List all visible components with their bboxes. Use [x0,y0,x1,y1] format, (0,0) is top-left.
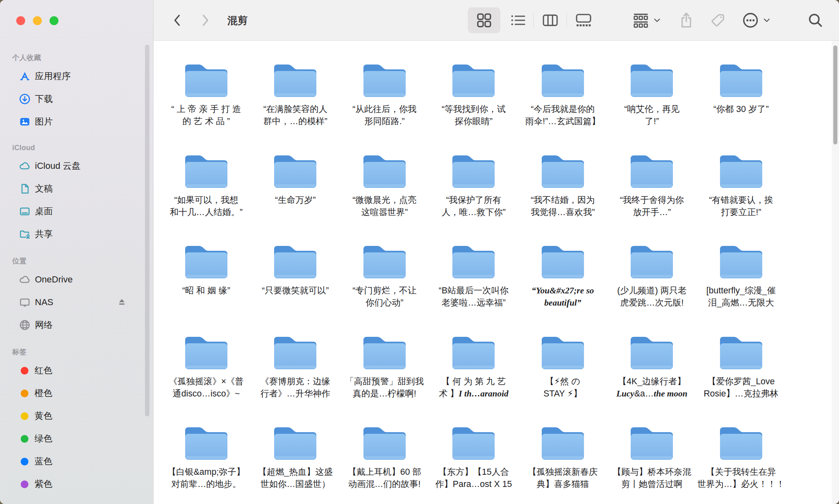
more-actions-chevron[interactable] [761,0,772,41]
share-icon [679,11,694,29]
column-view-icon [542,12,559,28]
folder-name: 【顾与】桥本环奈混剪丨她曾活过啊 [613,466,692,490]
folder-item[interactable]: “我终于舍得为你放开手…” [608,152,697,243]
folder-item[interactable]: 【⚡然 のSTAY ⚡】 [518,333,608,424]
sidebar-item-documents[interactable]: 文稿 [0,177,153,200]
folder-item[interactable]: “从此往后，你我形同陌路.” [340,61,429,152]
sidebar-item-tag-紫色[interactable]: 紫色 [0,473,153,495]
folder-item[interactable]: “今后我就是你的雨伞!”…玄武国篇】 [518,61,608,152]
folder-item[interactable]: 【白银&amp;弥子】对前辈…的地步。 [162,424,251,504]
folder-item[interactable]: 「高甜预警」甜到我真的是…柠檬啊! [340,333,429,424]
folder-icon [539,333,587,372]
appstore-icon [18,69,32,83]
sidebar-item-network-globe[interactable]: 网络 [0,314,153,336]
grid-view-icon [476,12,492,28]
close-window-button[interactable] [16,16,25,25]
tag-color-dot [21,435,28,443]
folder-item[interactable]: 【顾与】桥本环奈混剪丨她曾活过啊 [608,424,697,504]
sidebar-item-download[interactable]: 下载 [0,88,153,110]
gallery-view-button[interactable] [567,0,600,41]
folder-item[interactable]: 《孤独摇滚》×《普通disco…isco》~ [162,333,251,424]
sidebar-item-tag-橙色[interactable]: 橙色 [0,382,153,405]
folder-item[interactable]: “如果可以，我想和十几…人结婚。” [162,152,251,243]
minimize-window-button[interactable] [33,16,42,25]
folder-icon [361,424,409,463]
folder-item[interactable]: “在满脸笑容的人群中，…的模样” [251,61,340,152]
eject-icon[interactable] [117,297,127,308]
folder-item[interactable]: 《赛博朋克：边缘行者》…升华神作 [251,333,340,424]
folder-item[interactable]: “等我找到你，试探你眼睛” [429,61,519,152]
folder-item[interactable]: 【爱你罗茜_LoveRosie】…克拉弗林 [696,333,786,424]
back-button[interactable] [169,0,185,41]
folder-item[interactable]: “You&#x27;re sobeautiful” [518,242,608,333]
folder-item[interactable]: 【超燃_热血】这盛世如你…国盛世） [251,424,340,504]
sidebar-item-label: 红色 [35,364,52,377]
list-view-icon [510,12,526,28]
folder-item[interactable]: “B站最后一次叫你老婆啦…远幸福” [429,242,519,333]
forward-button[interactable] [197,0,214,41]
group-by-button[interactable] [631,0,651,41]
folder-item[interactable]: “你都 30 岁了” [696,61,786,152]
share-button[interactable] [677,0,696,41]
folder-item[interactable]: “我不结婚，因为我觉得…喜欢我” [518,152,608,243]
content-scrollbar-thumb[interactable] [833,45,837,144]
sidebar-item-shared-folder[interactable]: 共享 [0,223,153,246]
folder-icon [271,333,319,372]
folder-item[interactable]: “呐艾伦，再见了!” [608,61,697,152]
folder-item[interactable]: (少儿频道) 两只老虎爱跳…次元版! [608,242,697,333]
folder-item[interactable]: 【4K_边缘行者】Lucy&a…the moon [608,333,697,424]
sidebar-item-onedrive-cloud[interactable]: OneDrive [0,268,153,291]
tags-button[interactable] [708,0,728,41]
sidebar-item-tag-蓝色[interactable]: 蓝色 [0,450,153,473]
tag-color-dot [21,458,28,465]
folder-icon [361,242,409,281]
folder-name: “昭 和 姻 缘” [182,284,230,297]
sidebar-item-photos[interactable]: 图片 [0,110,153,133]
icon-view-button[interactable] [468,0,500,41]
folder-item[interactable]: “专门剪烂，不让你们心动” [340,242,429,333]
folder-item[interactable]: “只要微笑就可以” [251,242,340,333]
search-button[interactable] [806,0,825,41]
zoom-window-button[interactable] [50,16,58,25]
sidebar-sections: 个人收藏应用程序下载图片iCloudiCloud 云盘文稿桌面共享位置OneDr… [0,42,153,495]
sidebar-item-icloud-drive[interactable]: iCloud 云盘 [0,155,153,177]
folder-icon [628,242,676,281]
folder-item[interactable]: “ 上 帝 亲 手 打 造的 艺 术 品 ” [162,61,251,152]
group-by-chevron[interactable] [651,0,663,41]
folder-item[interactable]: 【东方】【15人合作】Para…ost X 15 [429,424,519,504]
column-view-button[interactable] [534,0,567,41]
more-actions-button[interactable] [741,0,760,41]
folder-item[interactable]: 【戴上耳机】60 部动画混…们的故事! [340,424,429,504]
desktop-icon [18,205,32,218]
folder-item[interactable]: “微微晨光，点亮这喧嚣世界” [340,152,429,243]
folder-item[interactable]: 【关于我转生在异世界为…】必火！！！ [696,424,786,504]
download-icon [18,92,32,106]
folder-item[interactable]: “生命万岁” [251,152,340,243]
sidebar-item-tag-绿色[interactable]: 绿色 [0,427,153,450]
sidebar-item-appstore[interactable]: 应用程序 [0,65,153,88]
sidebar-item-desktop[interactable]: 桌面 [0,200,153,223]
folder-icon [539,242,587,281]
sidebar-item-display[interactable]: NAS [0,291,153,314]
sidebar-section-header: 位置 [12,256,153,266]
folder-icon [271,242,319,281]
folder-item[interactable]: “昭 和 姻 缘” [162,242,251,333]
folder-item[interactable]: “我保护了所有人，唯…救下你” [429,152,519,243]
group-by-icon [633,13,649,28]
folder-name: 【 何 为 第 九 艺术 】I th…aranoid [439,375,508,400]
chevron-down-icon [655,19,660,22]
folder-item[interactable]: [butterfly_综漫_催泪_高燃…无限大 [696,242,786,333]
list-view-button[interactable] [502,0,534,41]
chevron-down-icon [764,19,769,22]
sidebar-item-label: NAS [35,297,53,308]
folder-name: 「高甜预警」甜到我真的是…柠檬啊! [345,375,424,400]
sidebar-scrollbar[interactable] [145,45,149,416]
toolbar-separator [567,13,567,28]
folder-item[interactable]: “有错就要认，挨打要立正!” [696,152,786,243]
folder-item[interactable]: 【 何 为 第 九 艺术 】I th…aranoid [429,333,519,424]
folder-item[interactable]: 【孤独摇滚新春庆典】喜多猫猫 [518,424,608,504]
folder-name: “专门剪烂，不让你们心动” [352,284,417,309]
sidebar-item-label: 下载 [35,93,53,105]
sidebar-item-tag-红色[interactable]: 红色 [0,359,153,382]
sidebar-item-tag-黄色[interactable]: 黄色 [0,405,153,427]
